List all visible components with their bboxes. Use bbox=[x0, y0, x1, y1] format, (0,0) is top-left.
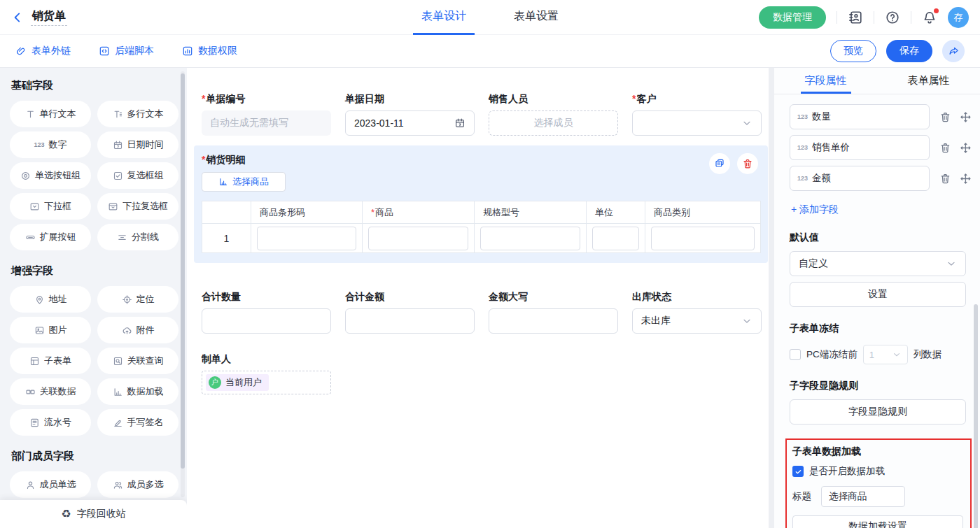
subfield-amount[interactable]: 123金额 bbox=[790, 166, 930, 191]
required-marker: * bbox=[202, 154, 205, 165]
doc-number-input[interactable]: 自动生成无需填写 bbox=[202, 110, 331, 136]
barcode-input[interactable] bbox=[257, 227, 356, 250]
customer-select[interactable] bbox=[632, 110, 762, 136]
default-value-settings-button[interactable]: 设置 bbox=[790, 282, 966, 307]
visibility-rules-label: 子字段显隐规则 bbox=[790, 380, 972, 392]
sidebar-item-single-text[interactable]: 单行文本 bbox=[10, 101, 91, 127]
column-header-product[interactable]: *商品 bbox=[363, 201, 475, 224]
field-salesperson[interactable]: 销售人员 选择成员 bbox=[489, 93, 618, 136]
bar-chart-icon bbox=[113, 387, 123, 397]
sidebar-item-location[interactable]: 定位 bbox=[97, 286, 178, 313]
freeze-checkbox[interactable] bbox=[790, 349, 801, 360]
save-button[interactable]: 保存 bbox=[886, 40, 932, 62]
sidebar-scrollbar-thumb[interactable] bbox=[181, 73, 185, 469]
help-button[interactable] bbox=[885, 10, 900, 25]
external-link-action[interactable]: 表单外链 bbox=[15, 45, 71, 57]
sidebar-item-related-query[interactable]: 关联查询 bbox=[97, 348, 178, 374]
field-label: 出库状态 bbox=[632, 291, 762, 304]
field-total-qty[interactable]: 合计数量 bbox=[202, 291, 331, 334]
unit-input[interactable] bbox=[592, 227, 639, 250]
contacts-button[interactable] bbox=[848, 10, 863, 25]
field-doc-date[interactable]: 单据日期 2023-01-11 bbox=[345, 93, 475, 136]
panel-scrollbar-thumb[interactable] bbox=[974, 304, 978, 528]
field-recycle-bin[interactable]: ♻ 字段回收站 bbox=[0, 500, 187, 528]
sidebar-item-checkbox-group[interactable]: 复选框组 bbox=[97, 162, 178, 189]
subform-label-text: 销货明细 bbox=[206, 154, 245, 165]
creator-picker[interactable]: 户 当前用户 bbox=[202, 371, 331, 394]
amount-words-input[interactable] bbox=[489, 308, 618, 334]
sidebar-item-subform[interactable]: 子表单 bbox=[10, 348, 91, 374]
subfield-name: 数量 bbox=[812, 110, 831, 123]
title-input[interactable]: 选择商品 bbox=[821, 486, 905, 507]
backend-script-action[interactable]: 后端脚本 bbox=[99, 45, 154, 57]
delete-subform-button[interactable] bbox=[737, 153, 758, 174]
sidebar-item-related-data[interactable]: 关联数据 bbox=[10, 378, 91, 405]
sidebar-item-number[interactable]: 123数字 bbox=[10, 131, 91, 158]
data-load-settings-button[interactable]: 数据加载设置 bbox=[792, 515, 963, 528]
field-doc-number[interactable]: *单据编号 自动生成无需填写 bbox=[202, 93, 331, 136]
back-button[interactable] bbox=[11, 11, 24, 24]
field-customer[interactable]: *客户 bbox=[632, 93, 762, 136]
move-icon[interactable] bbox=[960, 111, 972, 123]
move-icon[interactable] bbox=[960, 142, 972, 154]
column-header-category[interactable]: 商品类别 bbox=[645, 201, 761, 224]
default-value-select[interactable]: 自定义 bbox=[790, 251, 966, 276]
tab-field-properties[interactable]: 字段属性 bbox=[774, 68, 877, 94]
tab-form-design[interactable]: 表单设计 bbox=[413, 0, 475, 35]
select-product-button[interactable]: 选择商品 bbox=[202, 172, 286, 192]
total-qty-input[interactable] bbox=[202, 308, 331, 334]
sidebar-item-divider[interactable]: 分割线 bbox=[97, 224, 178, 250]
preview-button[interactable]: 预览 bbox=[830, 40, 876, 62]
data-manage-button[interactable]: 数据管理 bbox=[759, 6, 826, 29]
field-amount-words[interactable]: 金额大写 bbox=[489, 291, 618, 334]
sidebar-item-image[interactable]: 图片 bbox=[10, 317, 91, 343]
share-button[interactable] bbox=[942, 40, 965, 62]
sidebar-item-member-multi[interactable]: 成员多选 bbox=[97, 471, 178, 498]
sidebar-item-multi-select[interactable]: 下拉复选框 bbox=[97, 193, 178, 220]
trash-icon[interactable] bbox=[939, 111, 951, 123]
column-label: 商品 bbox=[375, 207, 393, 217]
tab-form-settings[interactable]: 表单设置 bbox=[505, 0, 567, 35]
sidebar-item-member-single[interactable]: 成员单选 bbox=[10, 471, 91, 498]
sidebar-item-datetime[interactable]: 日期时间 bbox=[97, 131, 178, 158]
data-load-checkbox[interactable] bbox=[792, 466, 804, 477]
subform-block[interactable]: *销货明细 选择商品 商品条形码 *商品 规格型号 单位 商品类别 bbox=[194, 145, 768, 263]
sidebar-item-multi-text[interactable]: 多行文本 bbox=[97, 101, 178, 127]
sidebar-item-data-load[interactable]: 数据加载 bbox=[97, 378, 178, 405]
field-total-amount[interactable]: 合计金额 bbox=[345, 291, 475, 334]
field-creator[interactable]: 制单人 户 当前用户 bbox=[202, 353, 769, 394]
subfield-price[interactable]: 123销售单价 bbox=[790, 135, 930, 160]
move-icon[interactable] bbox=[960, 173, 972, 185]
sidebar-item-serial-number[interactable]: 流水号 bbox=[10, 409, 91, 436]
sidebar-item-address[interactable]: 地址 bbox=[10, 286, 91, 313]
column-header-barcode[interactable]: 商品条形码 bbox=[251, 201, 363, 224]
sidebar-item-radio-group[interactable]: 单选按钮组 bbox=[10, 162, 91, 189]
visibility-rules-button[interactable]: 字段显隐规则 bbox=[790, 399, 966, 424]
product-input[interactable] bbox=[368, 227, 468, 250]
category-input[interactable] bbox=[651, 227, 755, 250]
avatar[interactable]: 存 bbox=[948, 7, 969, 28]
column-header-spec[interactable]: 规格型号 bbox=[475, 201, 587, 224]
form-title[interactable]: 销货单 bbox=[31, 8, 67, 27]
sidebar-item-select[interactable]: 下拉框 bbox=[10, 193, 91, 220]
spec-input[interactable] bbox=[480, 227, 580, 250]
toolbar-right-group: 预览 保存 bbox=[830, 40, 965, 62]
field-outbound-status[interactable]: 出库状态 未出库 bbox=[632, 291, 762, 334]
sidebar-item-extend-button[interactable]: 扩展按钮 bbox=[10, 224, 91, 250]
trash-icon[interactable] bbox=[939, 173, 951, 185]
tab-form-properties[interactable]: 表单属性 bbox=[877, 68, 980, 94]
total-amount-input[interactable] bbox=[345, 308, 475, 334]
add-field-link[interactable]: + 添加字段 bbox=[791, 204, 839, 216]
doc-date-input[interactable]: 2023-01-11 bbox=[345, 110, 475, 136]
trash-icon[interactable] bbox=[939, 142, 951, 154]
outbound-status-select[interactable]: 未出库 bbox=[632, 308, 762, 334]
data-permission-action[interactable]: 数据权限 bbox=[182, 45, 237, 57]
copy-subform-button[interactable] bbox=[709, 153, 730, 174]
sidebar-item-signature[interactable]: 手写签名 bbox=[97, 409, 178, 436]
subfield-qty[interactable]: 123数量 bbox=[790, 104, 930, 129]
column-header-unit[interactable]: 单位 bbox=[587, 201, 645, 224]
salesperson-picker[interactable]: 选择成员 bbox=[489, 110, 618, 136]
sidebar-item-attachment[interactable]: 附件 bbox=[97, 317, 178, 343]
freeze-count-select[interactable]: 1 bbox=[863, 345, 908, 364]
notifications-button[interactable] bbox=[922, 10, 937, 25]
